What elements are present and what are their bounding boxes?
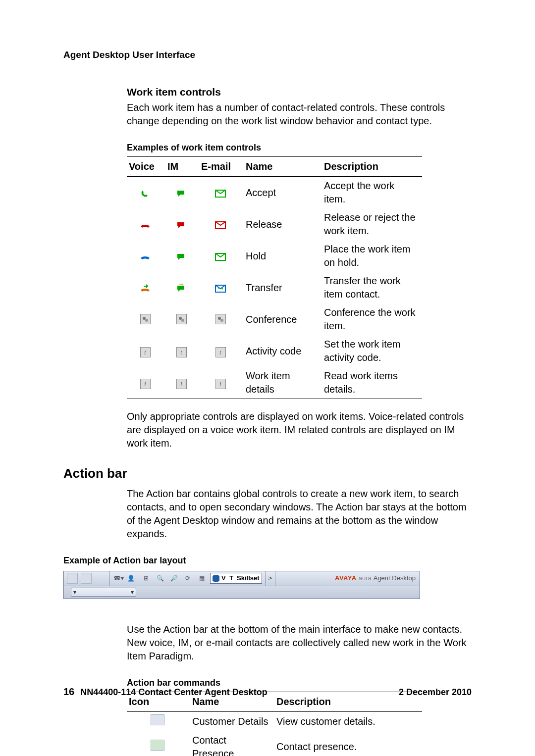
brand-agent: Agent Desktop bbox=[374, 574, 416, 583]
cell-name: Contact Presence bbox=[190, 731, 274, 756]
table-work-item-controls: Voice IM E-mail Name Description Accept … bbox=[127, 156, 422, 399]
skillset-label: V_T_Skillset bbox=[221, 574, 260, 583]
page-footer: 16 NN44400-114 Contact Center Agent Desk… bbox=[63, 685, 472, 699]
cell-desc: Conference the work item. bbox=[322, 303, 422, 335]
details-im-icon: i bbox=[176, 379, 187, 389]
phone-hold-icon bbox=[140, 253, 151, 261]
col-header: IM bbox=[165, 157, 199, 177]
work-item-controls-note: Only appropriate controls are displayed … bbox=[127, 410, 472, 450]
chat-transfer-icon bbox=[176, 284, 186, 294]
action-bar-usage: Use the Action bar at the bottom of the … bbox=[127, 623, 472, 663]
svg-point-9 bbox=[220, 319, 223, 322]
action-bar-example: ☎▾ 👤₁ ⊞ 🔍 🔎 ⟳ ▦ V_T_Skillset > AVAYA aur… bbox=[63, 571, 420, 599]
search-icon: 🔍 bbox=[155, 573, 165, 583]
table-row: i i i Work item details Read work items … bbox=[127, 367, 422, 399]
cell-desc: Release or reject the work item. bbox=[322, 208, 422, 240]
caption-action-bar-layout: Example of Action bar layout bbox=[63, 554, 472, 566]
customer-details-icon bbox=[67, 573, 78, 584]
cell-desc: View customer details. bbox=[274, 711, 422, 731]
col-header: Description bbox=[322, 157, 422, 177]
dtmf-icon: ⊞ bbox=[141, 573, 152, 583]
section-title-work-item-controls: Work item controls bbox=[127, 85, 472, 99]
cell-name: Activity code bbox=[244, 335, 322, 367]
table-row: Conference Conference the work item. bbox=[127, 303, 422, 335]
grid-icon: ▦ bbox=[196, 573, 207, 583]
table-row: Transfer Transfer the work item contact. bbox=[127, 272, 422, 303]
contact-presence-icon bbox=[81, 573, 92, 584]
customer-details-icon bbox=[151, 714, 164, 725]
doc-date: 2 December 2010 bbox=[399, 686, 472, 698]
svg-point-6 bbox=[179, 317, 182, 320]
col-header: E-mail bbox=[199, 157, 244, 177]
cell-name: Hold bbox=[244, 240, 322, 272]
conference-email-icon bbox=[215, 314, 226, 324]
cell-name: Transfer bbox=[244, 272, 322, 303]
svg-point-7 bbox=[181, 319, 184, 322]
chat-accept-icon bbox=[176, 189, 186, 199]
phone-icon bbox=[213, 575, 219, 582]
col-header: Voice bbox=[127, 157, 165, 177]
action-bar-intro: The Action bar contains global controls … bbox=[127, 487, 472, 541]
cell-desc: Accept the work item. bbox=[322, 177, 422, 209]
brand-aura: aura bbox=[359, 574, 372, 583]
activity-voice-icon: t bbox=[140, 347, 151, 357]
find-icon: 🔎 bbox=[168, 573, 179, 583]
mail-hold-icon bbox=[215, 253, 226, 261]
details-voice-icon: i bbox=[140, 379, 151, 389]
cell-desc: Read work items details. bbox=[322, 367, 422, 399]
work-item-controls-intro: Each work item has a number of contact-r… bbox=[127, 101, 472, 128]
phone-release-icon bbox=[140, 221, 151, 229]
cell-desc: Transfer the work item contact. bbox=[322, 272, 422, 303]
table-action-bar-commands: Icon Name Description Customer Details V… bbox=[127, 692, 422, 756]
mail-transfer-icon bbox=[215, 285, 226, 293]
activity-im-icon: t bbox=[176, 347, 187, 357]
col-header: Name bbox=[244, 157, 322, 177]
chat-release-icon bbox=[176, 220, 186, 230]
svg-point-5 bbox=[145, 319, 148, 322]
skillset-field: V_T_Skillset bbox=[210, 573, 262, 584]
doc-title: NN44400-114 Contact Center Agent Desktop bbox=[80, 686, 267, 698]
conference-im-icon bbox=[176, 314, 187, 324]
page-number: 16 bbox=[63, 685, 74, 699]
table-row: Accept Accept the work item. bbox=[127, 177, 422, 209]
cell-desc: Contact presence. bbox=[274, 731, 422, 756]
chat-hold-icon bbox=[176, 252, 186, 262]
svg-point-8 bbox=[218, 317, 221, 320]
initiate-contact-icon: ☎▾ bbox=[113, 573, 124, 583]
table-row: Customer Details View customer details. bbox=[127, 711, 422, 731]
mail-release-icon bbox=[215, 221, 226, 229]
table-row: t t t Activity code Set the work item ac… bbox=[127, 335, 422, 367]
cell-name: Accept bbox=[244, 177, 322, 209]
cell-desc: Set the work item activity code. bbox=[322, 335, 422, 367]
table-row: Release Release or reject the work item. bbox=[127, 208, 422, 240]
brand-area: AVAYA aura Agent Desktop bbox=[331, 574, 420, 583]
table-caption-work-item-controls: Examples of work item controls bbox=[127, 142, 472, 153]
mail-accept-icon bbox=[215, 190, 226, 198]
arrow-icon: > bbox=[266, 571, 276, 586]
section-title-action-bar: Action bar bbox=[63, 465, 472, 482]
action-bar-dropdown bbox=[71, 588, 136, 597]
refresh-icon: ⟳ bbox=[182, 573, 193, 583]
cell-name: Work item details bbox=[244, 367, 322, 399]
activity-email-icon: t bbox=[215, 347, 226, 357]
brand-avaya: AVAYA bbox=[335, 574, 357, 583]
cell-desc: Place the work item on hold. bbox=[322, 240, 422, 272]
conference-voice-icon bbox=[140, 314, 151, 324]
cell-name: Customer Details bbox=[190, 711, 274, 731]
phone-transfer-icon bbox=[140, 284, 151, 293]
phone-accept-icon bbox=[140, 189, 150, 199]
contact-presence-icon bbox=[151, 740, 164, 751]
call-supervisor-icon: 👤₁ bbox=[127, 573, 138, 583]
table-row: Contact Presence Contact presence. bbox=[127, 731, 422, 756]
svg-point-4 bbox=[143, 317, 146, 320]
page-header: Agent Desktop User Interface bbox=[63, 49, 472, 61]
cell-name: Conference bbox=[244, 303, 322, 335]
details-email-icon: i bbox=[215, 379, 226, 389]
table-row: Hold Place the work item on hold. bbox=[127, 240, 422, 272]
cell-name: Release bbox=[244, 208, 322, 240]
